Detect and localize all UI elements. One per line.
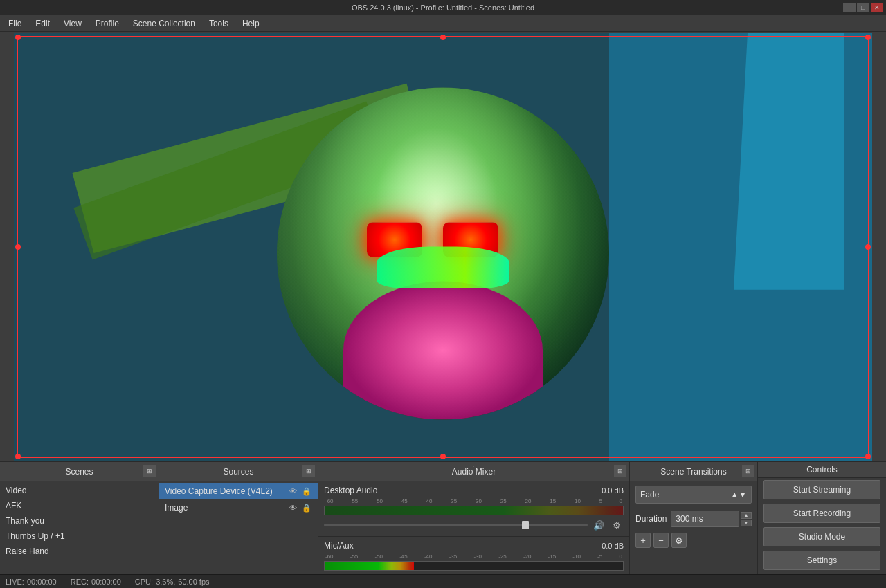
transition-select[interactable]: Fade ▲▼ [635, 486, 752, 504]
controls-title: Controls [806, 465, 838, 475]
transitions-toolbar: + − ⚙ [630, 530, 757, 551]
desktop-audio-volume-slider[interactable] [324, 524, 588, 526]
webcam-circle [277, 88, 609, 420]
audio-mixer-expand-button[interactable]: ⊞ [614, 465, 626, 477]
desktop-audio-bar [325, 506, 623, 515]
start-streaming-button[interactable]: Start Streaming [763, 480, 880, 499]
menu-bar: File Edit View Profile Scene Collection … [0, 15, 886, 32]
source-icons: 👁 🔒 [287, 486, 312, 497]
desktop-audio-header: Desktop Audio 0.0 dB [324, 486, 624, 495]
rec-status: REC: 00:00:00 [71, 578, 121, 586]
duration-spinner: ▲ ▼ [741, 512, 752, 526]
transition-dropdown-icon: ▲▼ [730, 490, 747, 499]
controls-header: Controls [758, 462, 886, 478]
scenes-title: Scenes [65, 467, 93, 477]
duration-label: Duration [635, 514, 667, 524]
duration-down-button[interactable]: ▼ [741, 520, 752, 526]
sources-expand-button[interactable]: ⊞ [302, 465, 315, 477]
audio-mixer-header: · · · Audio Mixer ⊞ [318, 462, 629, 481]
list-item[interactable]: Image 👁 🔒 [159, 499, 318, 516]
scenes-expand-button[interactable]: ⊞ [143, 465, 156, 477]
status-bar: LIVE: 00:00:00 REC: 00:00:00 CPU: 3.6%, … [0, 574, 886, 588]
close-button[interactable]: ✕ [871, 3, 883, 12]
list-item[interactable]: Thank you [0, 513, 159, 529]
scenes-panel: Scenes ⊞ Video AFK Thank you Thumbs Up /… [0, 462, 159, 588]
duration-row: Duration 300 ms ▲ ▼ [630, 508, 757, 530]
desktop-audio-controls: 🔊 ⚙ [324, 518, 624, 532]
list-item[interactable]: Video Capture Device (V4L2) 👁 🔒 [159, 483, 318, 499]
drag-handle: · · · [468, 463, 479, 470]
desktop-audio-volume-thumb[interactable] [522, 521, 529, 529]
menu-item-tools[interactable]: Tools [204, 17, 234, 30]
menu-item-file[interactable]: File [3, 17, 27, 30]
scenes-list: Video AFK Thank you Thumbs Up / +1 Raise… [0, 481, 159, 575]
list-item[interactable]: AFK [0, 498, 159, 513]
mic-aux-label: Mic/Aux [324, 541, 354, 551]
transition-selected-label: Fade [640, 490, 659, 499]
source-eye-icon[interactable]: 👁 [287, 486, 298, 497]
list-item[interactable]: Raise Hand [0, 544, 159, 559]
sources-panel: Sources ⊞ Video Capture Device (V4L2) 👁 … [159, 462, 318, 588]
menu-item-profile[interactable]: Profile [90, 17, 125, 30]
audio-mixer-panel: · · · Audio Mixer ⊞ Desktop Audio 0.0 dB… [318, 462, 630, 588]
menu-item-edit[interactable]: Edit [30, 17, 55, 30]
list-item[interactable]: Thumbs Up / +1 [0, 529, 159, 544]
fps-value: 60.00 fps [178, 578, 209, 586]
settings-button[interactable]: Settings [763, 551, 880, 570]
mic-aux-meter [324, 561, 624, 571]
shirt-area [343, 282, 543, 420]
transitions-expand-button[interactable]: ⊞ [742, 465, 754, 477]
scenes-header: Scenes ⊞ [0, 462, 159, 481]
mic-aux-bar [325, 562, 414, 570]
maximize-button[interactable]: □ [857, 3, 869, 12]
menu-item-scene-collection[interactable]: Scene Collection [127, 17, 201, 30]
webcam-face [277, 88, 609, 420]
duration-value: 300 ms [676, 514, 703, 524]
studio-mode-button[interactable]: Studio Mode [763, 527, 880, 546]
sources-header: Sources ⊞ [159, 462, 318, 481]
mic-aux-scale: -60-55-50-45-40-35-30-25-20-15-10-50 [324, 553, 624, 560]
scene-transitions-panel: Scene Transitions ⊞ Fade ▲▼ Duration 300… [630, 462, 758, 588]
live-time: 00:00:00 [27, 578, 57, 586]
desktop-audio-scale: -60-55-50-45-40-35-30-25-20-15-10-50 [324, 498, 624, 504]
start-recording-button[interactable]: Start Recording [763, 504, 880, 523]
duration-up-button[interactable]: ▲ [741, 512, 752, 519]
list-item[interactable]: Video [0, 483, 159, 498]
source-label: Image [165, 503, 188, 513]
source-lock-icon[interactable]: 🔒 [301, 502, 312, 513]
mic-aux-db: 0.0 dB [602, 542, 624, 550]
transitions-remove-button[interactable]: − [653, 533, 669, 548]
sources-title: Sources [223, 467, 253, 477]
source-icons: 👁 🔒 [287, 502, 312, 513]
rec-time: 00:00:00 [91, 578, 121, 586]
desktop-audio-mute-button[interactable]: 🔊 [592, 518, 606, 532]
sources-list: Video Capture Device (V4L2) 👁 🔒 Image 👁 … [159, 481, 318, 575]
live-label: LIVE: [6, 578, 24, 586]
source-label: Video Capture Device (V4L2) [165, 486, 273, 496]
desktop-audio-settings-button[interactable]: ⚙ [610, 518, 624, 532]
title-bar: OBS 24.0.3 (linux) - Profile: Untitled -… [0, 0, 886, 15]
rec-label: REC: [71, 578, 89, 586]
transitions-settings-button[interactable]: ⚙ [671, 533, 687, 548]
source-eye-icon[interactable]: 👁 [287, 502, 298, 513]
collar-area [377, 247, 509, 288]
bottom-panel: Scenes ⊞ Video AFK Thank you Thumbs Up /… [0, 461, 886, 588]
live-status: LIVE: 00:00:00 [6, 578, 57, 586]
source-lock-icon[interactable]: 🔒 [301, 486, 312, 497]
title-text: OBS 24.0.3 (linux) - Profile: Untitled -… [352, 3, 534, 12]
desktop-audio-label: Desktop Audio [324, 486, 377, 495]
mic-aux-header: Mic/Aux 0.0 dB [324, 541, 624, 551]
desktop-audio-track: Desktop Audio 0.0 dB -60-55-50-45-40-35-… [318, 481, 629, 537]
scene-transitions-header: Scene Transitions ⊞ [630, 462, 757, 481]
minimize-button[interactable]: ─ [843, 3, 856, 12]
scene-transitions-title: Scene Transitions [660, 467, 726, 477]
duration-input[interactable]: 300 ms [671, 511, 739, 527]
cpu-label: CPU: [135, 578, 153, 586]
transitions-add-button[interactable]: + [635, 533, 651, 548]
cpu-value: 3.6%, [156, 578, 175, 586]
desktop-audio-db: 0.0 dB [602, 486, 624, 495]
desktop-audio-meter [324, 506, 624, 515]
menu-item-help[interactable]: Help [237, 17, 265, 30]
menu-item-view[interactable]: View [58, 17, 87, 30]
cpu-status: CPU: 3.6%, 60.00 fps [135, 578, 210, 586]
